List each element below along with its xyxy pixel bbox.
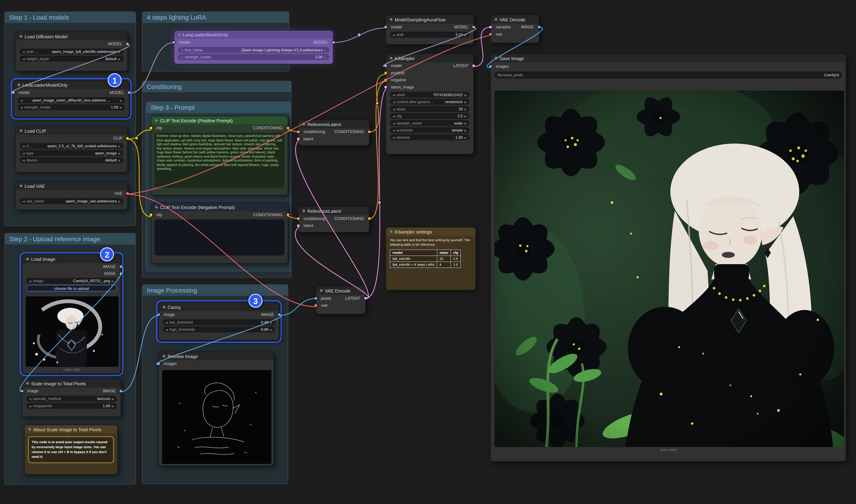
- collapse-dot[interactable]: [26, 258, 29, 260]
- combo-arrow-left[interactable]: ◀: [165, 328, 167, 331]
- conditioning-output-port[interactable]: [368, 217, 371, 220]
- image-input-port[interactable]: [20, 389, 24, 393]
- image-input-port[interactable]: [157, 313, 161, 317]
- cfg-number[interactable]: ◀cfg2.5▶: [390, 113, 469, 119]
- node-title-bar[interactable]: Load VAE: [16, 182, 127, 190]
- seed-number[interactable]: ◀seed70741926012422▶: [390, 92, 469, 98]
- node-title-bar[interactable]: Load Diffusion Model: [16, 32, 127, 40]
- image-file-combo[interactable]: ◀imageComfyUI_00752_.png▶: [26, 278, 117, 284]
- reroute-dot-latent[interactable]: [378, 201, 381, 204]
- combo-arrow-left[interactable]: ◀: [392, 129, 395, 132]
- node-title-bar[interactable]: ReferenceLatent: [299, 207, 369, 215]
- node-title-bar[interactable]: ReferenceLatent: [299, 120, 369, 128]
- node-title-bar[interactable]: Save Image: [491, 54, 845, 62]
- combo-arrow-left[interactable]: ◀: [392, 114, 395, 118]
- note-title-bar[interactable]: About Scale Image to Total Pixels: [24, 425, 118, 433]
- scheduler-combo[interactable]: ◀schedulersimple▶: [390, 127, 469, 133]
- shift-number[interactable]: ◀shift3.10▶: [390, 32, 469, 38]
- model-input-port[interactable]: [12, 91, 15, 94]
- node-clip-text-encode-positive[interactable]: CLIP Text Encode (Positive Prompt) clipC…: [151, 116, 288, 196]
- node-vae-decode[interactable]: VAE Decode samplesIMAGE vae: [490, 15, 539, 43]
- vae-input-port[interactable]: [488, 32, 493, 36]
- node-title-bar[interactable]: CLIP Text Encode (Negative Prompt): [151, 203, 288, 211]
- combo-arrow-left[interactable]: ◀: [392, 33, 395, 36]
- positive-input-port[interactable]: [384, 71, 388, 75]
- vae-input-port[interactable]: [314, 303, 318, 307]
- latent-input-port[interactable]: [297, 224, 300, 228]
- model-input-port[interactable]: [172, 40, 176, 44]
- node-save-image[interactable]: Save Image images filename_prefixComfyUI: [490, 54, 846, 462]
- collapse-dot[interactable]: [390, 18, 392, 21]
- node-ksampler[interactable]: KSampler modelLATENT positive negative l…: [386, 54, 474, 155]
- combo-arrow-right[interactable]: ▶: [112, 279, 114, 283]
- strength-model-number[interactable]: ◀strength_model1.00▶: [18, 104, 125, 110]
- node-title-bar[interactable]: Scale Image to Total Pixels: [22, 379, 121, 388]
- vae-output-port[interactable]: [125, 192, 129, 196]
- combo-arrow-left[interactable]: ◀: [29, 404, 31, 408]
- combo-arrow-left[interactable]: ◀: [165, 321, 167, 324]
- collapse-dot[interactable]: [20, 129, 22, 132]
- negative-input-port[interactable]: [384, 78, 388, 82]
- lora-name-combo[interactable]: ◀qwen_image_union_diffsynth_lora.safeten…: [18, 97, 125, 103]
- conditioning-input-port[interactable]: [297, 130, 300, 134]
- collapse-dot[interactable]: [18, 84, 20, 86]
- combo-arrow-right[interactable]: ▶: [112, 404, 114, 408]
- combo-arrow-left[interactable]: ◀: [22, 159, 24, 162]
- node-title-bar[interactable]: ModelSamplingAuraFlow: [386, 15, 473, 23]
- images-input-port[interactable]: [488, 65, 493, 68]
- conditioning-output-port[interactable]: [286, 213, 290, 217]
- model-output-port[interactable]: [127, 91, 131, 94]
- control-after-generate-combo[interactable]: ◀control after genera ...randomize▶: [390, 99, 469, 105]
- clip-device-combo[interactable]: ◀devicedefault▶: [20, 157, 123, 163]
- collapse-dot[interactable]: [29, 428, 31, 431]
- reroute-dot-conditioning[interactable]: [375, 102, 379, 105]
- sampler-name-combo[interactable]: ◀sampler_nameeuler▶: [390, 120, 469, 126]
- collapse-dot[interactable]: [20, 35, 22, 38]
- node-scale-image-to-total-pixels[interactable]: Scale Image to Total Pixels imageIMAGE ◀…: [22, 379, 121, 417]
- node-reference-latent-2[interactable]: ReferenceLatent conditioningCONDITIONING…: [298, 206, 370, 232]
- unet-name-combo[interactable]: ◀unet ...qwen_image_fp8_e4m3fn.safetenso…: [20, 49, 123, 55]
- upscale-method-combo[interactable]: ◀upscale_methodlanczos▶: [26, 396, 117, 402]
- combo-arrow-right[interactable]: ▶: [118, 50, 121, 53]
- combo-arrow-right[interactable]: ▶: [464, 107, 467, 111]
- combo-arrow-right[interactable]: ▶: [464, 121, 467, 125]
- combo-arrow-left[interactable]: ◀: [22, 199, 24, 203]
- node-canny[interactable]: Canny imageIMAGE ◀low_threshold0.40▶ ◀hi…: [158, 303, 280, 341]
- clip-input-port[interactable]: [149, 213, 153, 217]
- collapse-dot[interactable]: [303, 210, 305, 212]
- image-output-port[interactable]: [119, 265, 123, 268]
- node-title-bar[interactable]: VAE Encode: [316, 286, 365, 294]
- clip-input-port[interactable]: [149, 126, 153, 130]
- denoise-number[interactable]: ◀denoise1.00▶: [390, 134, 469, 140]
- combo-arrow-right[interactable]: ▶: [270, 328, 272, 331]
- combo-arrow-left[interactable]: ◀: [22, 50, 24, 53]
- collapse-dot[interactable]: [178, 33, 181, 36]
- collapse-dot[interactable]: [155, 206, 158, 209]
- note-title-bar[interactable]: KSampler settings: [386, 228, 475, 236]
- combo-arrow-right[interactable]: ▶: [464, 33, 467, 36]
- collapse-dot[interactable]: [163, 306, 165, 308]
- model-input-port[interactable]: [384, 25, 388, 29]
- positive-prompt-textarea[interactable]: Extreme close-up shot, realistic digital…: [155, 133, 285, 188]
- node-preview-image[interactable]: Preview Image images: [158, 352, 274, 466]
- megapixels-number[interactable]: ◀megapixels1.00▶: [26, 403, 117, 409]
- combo-arrow-right[interactable]: ▶: [120, 98, 122, 102]
- node-load-vae[interactable]: Load VAE VAE ◀vae_nameqwen_image_vae.saf…: [15, 181, 128, 210]
- filename-prefix-input[interactable]: filename_prefixComfyUI: [495, 71, 842, 78]
- node-model-sampling-auraflow[interactable]: ModelSamplingAuraFlow modelMODEL ◀shift3…: [386, 15, 474, 44]
- model-output-port[interactable]: [332, 40, 335, 44]
- node-loraloader-lightning-bypassed[interactable]: LoraLoaderModelOnly modelMODEL ◀lora_nam…: [174, 30, 334, 65]
- node-clip-text-encode-negative[interactable]: CLIP Text Encode (Negative Prompt) clipC…: [151, 202, 288, 264]
- combo-arrow-left[interactable]: ◀: [392, 121, 395, 125]
- group-title[interactable]: 4 steps lighting LoRA: [143, 12, 289, 23]
- choose-file-button[interactable]: choose file to upload: [26, 285, 117, 291]
- combo-arrow-left[interactable]: ◀: [20, 106, 22, 109]
- collapse-dot[interactable]: [320, 289, 323, 292]
- collapse-dot[interactable]: [26, 382, 29, 385]
- collapse-dot[interactable]: [495, 57, 497, 59]
- group-title[interactable]: Step 1 - Load models: [5, 12, 136, 23]
- combo-arrow-right[interactable]: ▶: [464, 129, 467, 132]
- conditioning-input-port[interactable]: [297, 217, 300, 220]
- conditioning-output-port[interactable]: [286, 126, 290, 130]
- combo-arrow-right[interactable]: ▶: [464, 93, 467, 96]
